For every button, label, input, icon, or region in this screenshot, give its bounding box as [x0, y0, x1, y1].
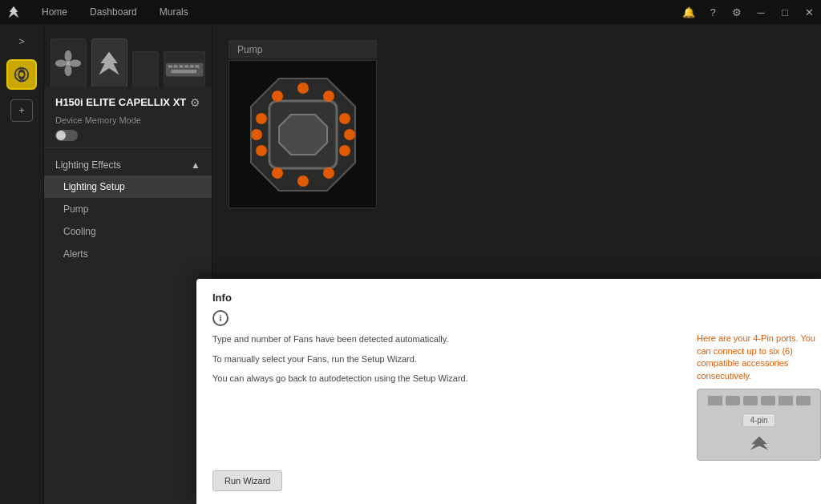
titlebar: Home Dashboard Murals 🔔 ? ⚙ ─ □ ✕	[0, 0, 821, 24]
sidebar-toggle-button[interactable]: >	[10, 30, 33, 53]
help-icon[interactable]: ?	[701, 0, 725, 24]
chevron-icon: ▲	[191, 159, 200, 171]
minimize-icon[interactable]: ─	[749, 0, 773, 24]
svg-point-27	[344, 129, 355, 140]
port-diagram: 4-pin	[697, 389, 821, 461]
menu-item-alerts[interactable]: Alerts	[44, 243, 212, 265]
menu-item-lighting-setup[interactable]: Lighting Setup	[44, 175, 212, 198]
device-gear-icon[interactable]: ⚙	[190, 96, 200, 109]
lighting-effects-section[interactable]: Lighting Effects ▲	[44, 155, 212, 175]
svg-marker-36	[750, 437, 767, 450]
info-right: Here are your 4-Pin ports. You can conne…	[697, 333, 821, 461]
toggle-thumb	[56, 131, 66, 140]
maximize-icon[interactable]: □	[773, 0, 797, 24]
menu-item-cooling[interactable]: Cooling	[44, 220, 212, 243]
port-logo	[746, 435, 772, 454]
port-slot-4	[761, 396, 775, 405]
toggle-track[interactable]	[55, 130, 78, 141]
svg-point-24	[297, 83, 309, 94]
svg-marker-12	[99, 51, 119, 75]
info-para-3: You can always go back to autodetection …	[212, 372, 681, 385]
svg-rect-15	[173, 65, 177, 67]
svg-point-33	[251, 129, 262, 140]
device-info: H150i ELITE CAPELLIX XT ⚙ Device Memory …	[44, 87, 212, 148]
pump-label: Pump	[229, 40, 377, 58]
main-layout: > +	[0, 24, 821, 504]
info-icon: i	[212, 310, 229, 326]
svg-point-31	[272, 167, 283, 179]
pump-visualization: Pump	[229, 40, 377, 208]
svg-point-35	[272, 91, 283, 102]
svg-rect-17	[184, 65, 188, 67]
info-left-text: Type and number of Fans have been detect…	[212, 333, 681, 392]
info-card-title: Info	[212, 292, 821, 304]
port-label: 4-pin	[742, 413, 774, 427]
nav-home[interactable]: Home	[30, 0, 79, 24]
svg-point-2	[19, 72, 24, 77]
svg-rect-20	[171, 70, 196, 73]
svg-marker-0	[9, 6, 19, 18]
svg-rect-18	[190, 65, 194, 67]
device-tab-fan[interactable]	[51, 38, 87, 87]
port-slot-6	[796, 396, 811, 405]
svg-point-29	[323, 167, 334, 179]
port-slot-2	[726, 396, 740, 405]
svg-point-26	[339, 113, 350, 124]
port-slot-1	[708, 396, 722, 405]
device-tab-3[interactable]	[132, 51, 159, 87]
content-area: Pump	[212, 24, 821, 504]
svg-point-28	[339, 145, 350, 156]
info-right-text: Here are your 4-Pin ports. You can conne…	[697, 333, 821, 382]
window-controls: 🔔 ? ⚙ ─ □ ✕	[677, 0, 821, 24]
titlebar-nav: Home Dashboard Murals	[30, 0, 200, 24]
info-para-1: Type and number of Fans have been detect…	[212, 333, 681, 346]
svg-rect-16	[179, 65, 183, 67]
pump-display	[229, 60, 377, 208]
port-slot-3	[743, 396, 758, 405]
close-icon[interactable]: ✕	[797, 0, 821, 24]
svg-rect-14	[168, 65, 172, 67]
device-tabs	[44, 24, 212, 87]
svg-point-30	[297, 175, 309, 187]
device-panel: H150i ELITE CAPELLIX XT ⚙ Device Memory …	[44, 24, 212, 504]
svg-rect-19	[195, 65, 199, 67]
info-card: Info i Type and number of Fans have been…	[196, 279, 821, 504]
nav-dashboard[interactable]: Dashboard	[79, 0, 148, 24]
menu-item-pump[interactable]: Pump	[44, 198, 212, 220]
device-name: H150i ELITE CAPELLIX XT	[55, 96, 186, 109]
active-device-icon[interactable]	[6, 59, 37, 90]
notification-icon[interactable]: 🔔	[677, 0, 701, 24]
info-para-2: To manually select your Fans, run the Se…	[212, 353, 681, 366]
nav-murals[interactable]: Murals	[148, 0, 200, 24]
svg-point-34	[256, 113, 267, 124]
svg-point-11	[55, 59, 67, 67]
device-tab-keyboard[interactable]	[164, 51, 205, 87]
svg-point-32	[256, 145, 267, 156]
add-device-button[interactable]: +	[10, 99, 33, 122]
svg-point-25	[323, 91, 334, 102]
device-tab-capellix[interactable]	[91, 38, 127, 87]
run-wizard-button[interactable]: Run Wizard	[212, 470, 282, 491]
info-columns: Type and number of Fans have been detect…	[212, 333, 821, 461]
svg-point-10	[65, 64, 72, 75]
memory-mode-toggle[interactable]	[55, 130, 200, 141]
port-slot-5	[779, 396, 793, 405]
svg-point-8	[65, 50, 72, 61]
svg-marker-23	[279, 115, 327, 155]
sidebar-menu: Lighting Effects ▲ Lighting Setup Pump C…	[44, 148, 212, 504]
settings-icon[interactable]: ⚙	[725, 0, 749, 24]
app-logo	[6, 5, 21, 19]
device-memory-label: Device Memory Mode	[55, 115, 200, 125]
svg-point-9	[70, 59, 81, 67]
sidebar-narrow: > +	[0, 24, 44, 504]
port-row	[708, 396, 811, 405]
